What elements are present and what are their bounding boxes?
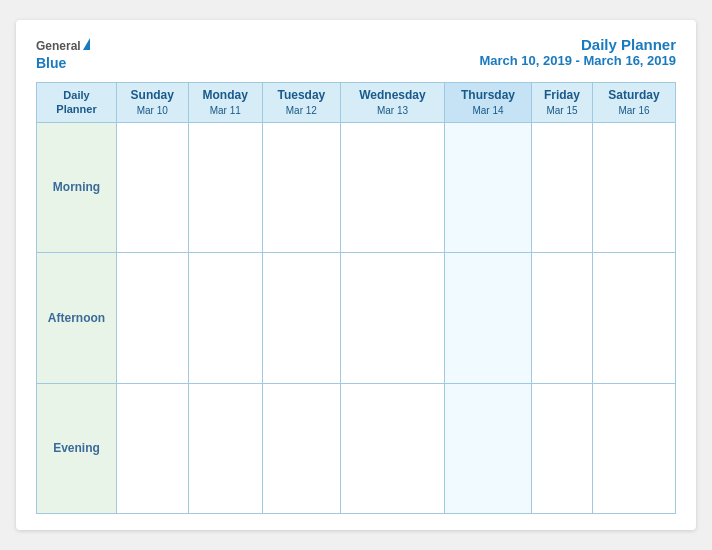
header-thursday: Thursday Mar 14 — [445, 83, 532, 123]
evening-sunday[interactable] — [117, 383, 189, 513]
morning-tuesday[interactable] — [262, 122, 340, 252]
logo-area: General Blue — [36, 36, 90, 72]
thursday-name: Thursday — [448, 88, 528, 104]
logo-triangle-icon — [83, 38, 90, 50]
evening-tuesday[interactable] — [262, 383, 340, 513]
morning-thursday[interactable] — [445, 122, 532, 252]
label-header-line1: Daily — [40, 88, 113, 102]
title-area: Daily Planner March 10, 2019 - March 16,… — [479, 36, 676, 68]
header-sunday: Sunday Mar 10 — [117, 83, 189, 123]
header-friday: Friday Mar 15 — [531, 83, 592, 123]
logo: General Blue — [36, 36, 90, 72]
evening-row: Evening — [37, 383, 676, 513]
saturday-name: Saturday — [596, 88, 672, 104]
evening-label: Evening — [37, 383, 117, 513]
logo-blue: Blue — [36, 55, 66, 71]
wednesday-name: Wednesday — [344, 88, 441, 104]
afternoon-monday[interactable] — [188, 253, 262, 383]
monday-date: Mar 11 — [192, 104, 259, 117]
afternoon-tuesday[interactable] — [262, 253, 340, 383]
calendar-table: Daily Planner Sunday Mar 10 Monday Mar 1… — [36, 82, 676, 514]
morning-sunday[interactable] — [117, 122, 189, 252]
planner-title: Daily Planner — [479, 36, 676, 53]
wednesday-date: Mar 13 — [344, 104, 441, 117]
header-saturday: Saturday Mar 16 — [593, 83, 676, 123]
header-monday: Monday Mar 11 — [188, 83, 262, 123]
morning-friday[interactable] — [531, 122, 592, 252]
tuesday-name: Tuesday — [266, 88, 337, 104]
header-row: Daily Planner Sunday Mar 10 Monday Mar 1… — [37, 83, 676, 123]
afternoon-saturday[interactable] — [593, 253, 676, 383]
logo-general: General — [36, 39, 81, 53]
evening-monday[interactable] — [188, 383, 262, 513]
monday-name: Monday — [192, 88, 259, 104]
friday-date: Mar 15 — [535, 104, 589, 117]
saturday-date: Mar 16 — [596, 104, 672, 117]
morning-label: Morning — [37, 122, 117, 252]
morning-saturday[interactable] — [593, 122, 676, 252]
afternoon-label: Afternoon — [37, 253, 117, 383]
tuesday-date: Mar 12 — [266, 104, 337, 117]
label-header-line2: Planner — [40, 102, 113, 116]
morning-monday[interactable] — [188, 122, 262, 252]
evening-saturday[interactable] — [593, 383, 676, 513]
thursday-date: Mar 14 — [448, 104, 528, 117]
date-range: March 10, 2019 - March 16, 2019 — [479, 53, 676, 68]
evening-friday[interactable] — [531, 383, 592, 513]
header-tuesday: Tuesday Mar 12 — [262, 83, 340, 123]
afternoon-row: Afternoon — [37, 253, 676, 383]
evening-thursday[interactable] — [445, 383, 532, 513]
morning-wednesday[interactable] — [340, 122, 444, 252]
friday-name: Friday — [535, 88, 589, 104]
sunday-name: Sunday — [120, 88, 185, 104]
header-wednesday: Wednesday Mar 13 — [340, 83, 444, 123]
afternoon-thursday[interactable] — [445, 253, 532, 383]
afternoon-wednesday[interactable] — [340, 253, 444, 383]
evening-wednesday[interactable] — [340, 383, 444, 513]
label-header: Daily Planner — [37, 83, 117, 123]
sunday-date: Mar 10 — [120, 104, 185, 117]
afternoon-friday[interactable] — [531, 253, 592, 383]
afternoon-sunday[interactable] — [117, 253, 189, 383]
planner-page: General Blue Daily Planner March 10, 201… — [16, 20, 696, 530]
morning-row: Morning — [37, 122, 676, 252]
header: General Blue Daily Planner March 10, 201… — [36, 36, 676, 72]
